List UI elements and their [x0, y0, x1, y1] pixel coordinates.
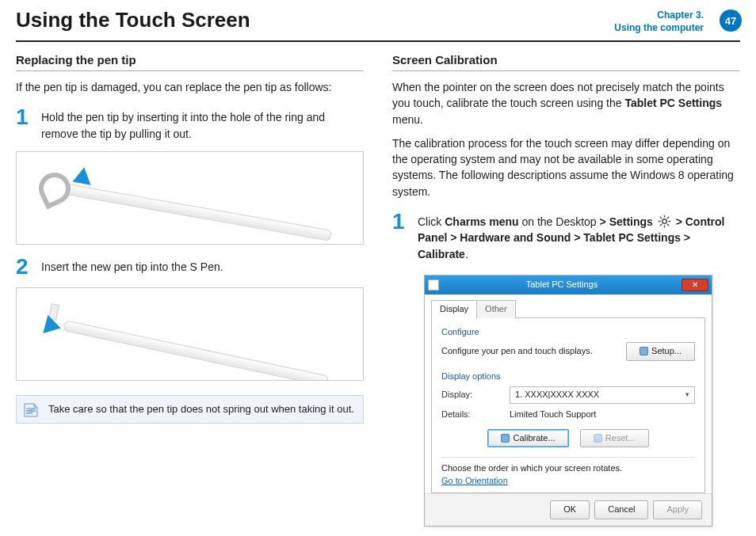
- section-heading-calibration: Screen Calibration: [392, 51, 740, 69]
- tablet-pc-settings-dialog: Tablet PC Settings ✕ Display Other Confi…: [424, 275, 712, 526]
- section-rule: [16, 70, 364, 71]
- svg-line-6: [660, 217, 662, 219]
- tab-display[interactable]: Display: [431, 300, 477, 318]
- calibration-para1: When the pointer on the screen does not …: [392, 79, 740, 127]
- dialog-buttons: OK Cancel Apply: [425, 493, 712, 526]
- page-number-badge: 47: [720, 10, 742, 32]
- step-number: 2: [16, 256, 32, 278]
- orientation-link[interactable]: Go to Orientation: [441, 476, 508, 485]
- chapter-info: Chapter 3. Using the computer: [614, 8, 704, 34]
- intro-text: If the pen tip is damaged, you can repla…: [16, 79, 364, 95]
- orientation-block: Choose the order in which your screen ro…: [441, 457, 695, 488]
- dialog-titlebar: Tablet PC Settings ✕: [425, 276, 712, 295]
- configure-text: Configure your pen and touch displays.: [441, 345, 620, 358]
- ok-button[interactable]: OK: [550, 500, 590, 519]
- note-icon: [23, 402, 39, 418]
- group-display-options: Display options Display: 1. XXXX|XXXX XX…: [441, 371, 695, 448]
- svg-line-7: [667, 224, 669, 226]
- apply-button[interactable]: Apply: [653, 500, 702, 519]
- dialog-app-icon: [428, 279, 439, 291]
- step-1: 1 Hold the pen tip by inserting it into …: [16, 106, 364, 142]
- calibration-para2: The calibration process for the touch sc…: [392, 135, 740, 200]
- pen-graphic: [63, 320, 329, 381]
- section-rule: [392, 70, 740, 71]
- orientation-text: Choose the order in which your screen ro…: [441, 462, 695, 475]
- section-heading-replace: Replacing the pen tip: [16, 51, 364, 69]
- group-label: Display options: [441, 371, 695, 383]
- left-column: Replacing the pen tip If the pen tip is …: [16, 51, 364, 519]
- step-text: Hold the pen tip by inserting it into th…: [41, 106, 364, 142]
- svg-line-9: [667, 217, 669, 219]
- close-button[interactable]: ✕: [682, 279, 708, 291]
- chapter-line1: Chapter 3.: [614, 10, 704, 22]
- svg-line-8: [660, 224, 662, 226]
- illustration-insert-tip: [16, 287, 364, 381]
- calibrate-button[interactable]: Calibrate...: [487, 429, 568, 448]
- reset-button[interactable]: Reset...: [580, 429, 649, 448]
- details-value: Limited Touch Support: [510, 409, 596, 421]
- monitor-icon: [501, 434, 510, 443]
- step-2: 2 Insert the new pen tip into the S Pen.: [16, 256, 364, 278]
- group-label: Configure: [441, 326, 695, 339]
- monitor-icon: [594, 434, 602, 443]
- step-number: 1: [392, 211, 408, 262]
- monitor-icon: [640, 347, 648, 355]
- svg-point-1: [662, 219, 666, 224]
- pen-graphic: [57, 182, 332, 241]
- setup-button[interactable]: Setup...: [626, 342, 695, 361]
- display-label: Display:: [441, 389, 503, 401]
- cancel-button[interactable]: Cancel: [594, 500, 648, 519]
- arrow-right-icon: [43, 315, 63, 337]
- step-text: Click Charms menu on the Desktop > Setti…: [418, 211, 740, 262]
- page-title: Using the Touch Screen: [16, 8, 598, 32]
- display-dropdown[interactable]: 1. XXXX|XXXX XXXX: [510, 386, 695, 404]
- illustration-remove-tip: [16, 151, 364, 245]
- step-1-right: 1 Click Charms menu on the Desktop > Set…: [392, 211, 740, 262]
- right-column: Screen Calibration When the pointer on t…: [392, 51, 740, 519]
- gear-icon: [658, 215, 671, 228]
- tab-panel: Configure Configure your pen and touch d…: [431, 317, 705, 494]
- note-box: Take care so that the pen tip does not s…: [16, 395, 364, 424]
- note-text: Take care so that the pen tip does not s…: [48, 403, 354, 415]
- dialog-title: Tablet PC Settings: [442, 279, 682, 291]
- details-label: Details:: [441, 409, 503, 421]
- group-configure: Configure Configure your pen and touch d…: [441, 326, 695, 361]
- page-header: Using the Touch Screen Chapter 3. Using …: [0, 0, 756, 37]
- dialog-tabs: Display Other: [425, 295, 712, 317]
- chapter-line2: Using the computer: [614, 22, 704, 35]
- step-text: Insert the new pen tip into the S Pen.: [41, 256, 223, 278]
- tab-other[interactable]: Other: [476, 300, 516, 318]
- step-number: 1: [16, 106, 32, 142]
